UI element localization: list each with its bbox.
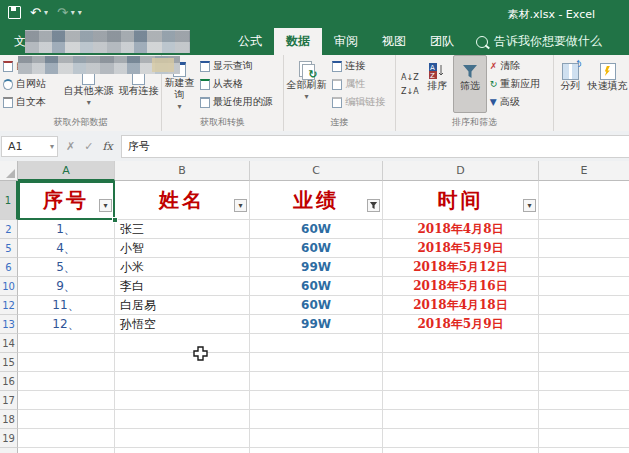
cell-C5[interactable]: 60W <box>250 239 383 258</box>
connections-button[interactable]: 连接 <box>332 57 393 75</box>
refresh-all-button[interactable]: ↻ 全部刷新 ▾ <box>284 55 329 113</box>
header-cell-C1[interactable]: 业绩 <box>250 181 383 220</box>
filter-dropdown-button[interactable]: ▾ <box>234 199 247 212</box>
cell-A19[interactable] <box>18 429 115 448</box>
insert-function-icon[interactable]: fx <box>102 140 112 153</box>
tab-team[interactable]: 团队 <box>418 28 466 55</box>
filter-dropdown-button[interactable]: ▾ <box>523 199 536 212</box>
cell-D18[interactable] <box>383 410 539 429</box>
cell-E14[interactable] <box>539 334 629 353</box>
cell-B13[interactable]: 孙悟空 <box>115 315 250 334</box>
cell-C15[interactable] <box>250 353 383 372</box>
row-header-15[interactable]: 15 <box>0 353 18 372</box>
filter-funnel-button[interactable] <box>367 199 380 212</box>
cell-A14[interactable] <box>18 334 115 353</box>
name-box-caret-icon[interactable]: ▾ <box>50 142 54 151</box>
cell-D16[interactable] <box>383 372 539 391</box>
from-table-button[interactable]: 从表格 <box>200 75 281 93</box>
row-header-18[interactable]: 18 <box>0 410 18 429</box>
cell-B14[interactable] <box>115 334 250 353</box>
column-header-D[interactable]: D <box>383 161 539 181</box>
cell-E20[interactable] <box>539 448 629 453</box>
cell-E12[interactable] <box>539 296 629 315</box>
cell-D15[interactable] <box>383 353 539 372</box>
sort-button[interactable]: AZ 排序 <box>422 55 454 113</box>
cell-E18[interactable] <box>539 410 629 429</box>
cell-D20[interactable] <box>383 448 539 453</box>
sort-ascending-button[interactable]: A↓Z <box>400 72 420 83</box>
row-header-12[interactable]: 12 <box>0 296 18 315</box>
cell-E6[interactable] <box>539 258 629 277</box>
header-cell-D1[interactable]: 时间▾ <box>383 181 539 220</box>
cell-E10[interactable] <box>539 277 629 296</box>
row-header-6[interactable]: 6 <box>0 258 18 277</box>
cell-B15[interactable] <box>115 353 250 372</box>
cell-D14[interactable] <box>383 334 539 353</box>
show-queries-button[interactable]: 显示查询 <box>200 57 281 75</box>
tab-data[interactable]: 数据 <box>274 28 322 55</box>
cell-E16[interactable] <box>539 372 629 391</box>
column-header-B[interactable]: B <box>115 161 250 181</box>
cell-C16[interactable] <box>250 372 383 391</box>
cell-D10[interactable]: 2018年5月16日 <box>383 277 539 296</box>
recent-sources-button[interactable]: 最近使用的源 <box>200 93 281 111</box>
from-web-button[interactable]: 自网站 <box>3 75 60 93</box>
cell-B10[interactable]: 李白 <box>115 277 250 296</box>
header-cell-B1[interactable]: 姓名▾ <box>115 181 250 220</box>
header-cell-A1[interactable]: 序号▾ <box>18 181 115 220</box>
cell-A13[interactable]: 12、 <box>18 315 115 334</box>
cell-B17[interactable] <box>115 391 250 410</box>
row-header-20[interactable]: 20 <box>0 448 18 453</box>
cell-C2[interactable]: 60W <box>250 220 383 239</box>
header-cell-E1[interactable] <box>539 181 629 220</box>
cell-C14[interactable] <box>250 334 383 353</box>
customize-qat-icon[interactable]: ▾ <box>78 8 82 17</box>
filter-button[interactable]: 筛选 <box>453 55 487 113</box>
undo-caret-icon[interactable]: ▾ <box>44 8 48 17</box>
from-text-button[interactable]: 自文本 <box>3 93 60 111</box>
cell-C10[interactable]: 60W <box>250 277 383 296</box>
cell-A2[interactable]: 1、 <box>18 220 115 239</box>
row-header-14[interactable]: 14 <box>0 334 18 353</box>
row-header-19[interactable]: 19 <box>0 429 18 448</box>
cell-C20[interactable] <box>250 448 383 453</box>
cell-D2[interactable]: 2018年4月8日 <box>383 220 539 239</box>
row-header-10[interactable]: 10 <box>0 277 18 296</box>
cell-D17[interactable] <box>383 391 539 410</box>
row-header-13[interactable]: 13 <box>0 315 18 334</box>
name-box[interactable]: A1 ▾ <box>1 136 58 157</box>
cell-A20[interactable] <box>18 448 115 453</box>
column-header-C[interactable]: C <box>250 161 383 181</box>
cell-A6[interactable]: 5、 <box>18 258 115 277</box>
cell-B2[interactable]: 张三 <box>115 220 250 239</box>
cell-C12[interactable]: 60W <box>250 296 383 315</box>
reapply-button[interactable]: ↻重新应用 <box>490 75 551 93</box>
column-header-E[interactable]: E <box>539 161 629 181</box>
cell-D5[interactable]: 2018年5月9日 <box>383 239 539 258</box>
cell-D19[interactable] <box>383 429 539 448</box>
cell-E2[interactable] <box>539 220 629 239</box>
cell-C19[interactable] <box>250 429 383 448</box>
filter-dropdown-button[interactable]: ▾ <box>99 199 112 212</box>
column-header-A[interactable]: A <box>18 161 115 181</box>
flash-fill-button[interactable]: 快速填充 <box>587 55 629 113</box>
fill-handle[interactable] <box>112 217 118 223</box>
cell-B20[interactable] <box>115 448 250 453</box>
row-header-5[interactable]: 5 <box>0 239 18 258</box>
cell-A5[interactable]: 4、 <box>18 239 115 258</box>
formula-input[interactable]: 序号 <box>121 135 629 158</box>
select-all-corner[interactable] <box>0 161 18 181</box>
row-header-2[interactable]: 2 <box>0 220 18 239</box>
cell-C18[interactable] <box>250 410 383 429</box>
enter-icon[interactable]: ✓ <box>84 140 93 153</box>
cell-C6[interactable]: 99W <box>250 258 383 277</box>
cell-A15[interactable] <box>18 353 115 372</box>
row-header-16[interactable]: 16 <box>0 372 18 391</box>
cell-D13[interactable]: 2018年5月9日 <box>383 315 539 334</box>
undo-button[interactable]: ↶ <box>30 5 41 20</box>
clear-filter-button[interactable]: ✗清除 <box>490 57 551 75</box>
cell-B18[interactable] <box>115 410 250 429</box>
save-icon[interactable] <box>8 6 21 19</box>
text-to-columns-button[interactable]: 分列 <box>554 55 587 113</box>
row-header-17[interactable]: 17 <box>0 391 18 410</box>
